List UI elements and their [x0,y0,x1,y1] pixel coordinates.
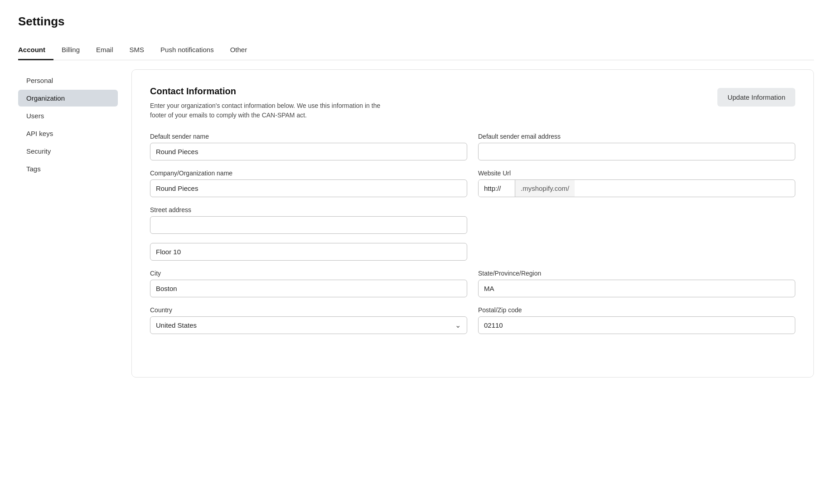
form-group-state: State/Province/Region [478,270,795,297]
tab-push-notifications[interactable]: Push notifications [152,41,222,60]
state-label: State/Province/Region [478,270,795,277]
country-select-wrapper: United States Canada United Kingdom ⌄ [150,316,467,334]
contact-information-card: Contact Information Enter your organizat… [131,69,814,378]
form-group-company-name: Company/Organization name [150,170,467,197]
city-input[interactable] [150,280,467,297]
form-group-country: Country United States Canada United King… [150,306,467,334]
card-title: Contact Information [150,86,395,97]
form-group-postal: Postal/Zip code [478,306,795,334]
sidebar-item-tags[interactable]: Tags [18,160,118,177]
tab-billing[interactable]: Billing [53,41,88,60]
form-row-company: Company/Organization name Website Url .m… [150,170,795,197]
update-information-button[interactable]: Update Information [717,88,795,107]
tab-sms[interactable]: SMS [121,41,153,60]
street-address2-input[interactable] [150,243,467,261]
website-url-prefix-input[interactable] [479,180,515,197]
sender-email-input[interactable] [478,143,795,160]
form-row-city-state: City State/Province/Region [150,270,795,297]
website-input-wrapper: .myshopify.com/ [478,179,795,197]
state-input[interactable] [478,280,795,297]
company-name-label: Company/Organization name [150,170,467,177]
sidebar-item-api-keys[interactable]: API keys [18,125,118,142]
sidebar-item-organization[interactable]: Organization [18,90,118,107]
form-group-street2 [150,243,467,261]
postal-label: Postal/Zip code [478,306,795,314]
website-url-suffix: .myshopify.com/ [515,180,575,197]
country-label: Country [150,306,467,314]
street-address-label: Street address [150,206,467,213]
page-title: Settings [18,15,814,29]
card-header-text: Contact Information Enter your organizat… [150,86,395,120]
card-description: Enter your organization's contact inform… [150,101,395,120]
form-group-sender-email: Default sender email address [478,133,795,160]
street-address-input[interactable] [150,216,467,234]
form-group-website: Website Url .myshopify.com/ [478,170,795,197]
form-row-sender: Default sender name Default sender email… [150,133,795,160]
form-group-city: City [150,270,467,297]
postal-input[interactable] [478,316,795,334]
country-select[interactable]: United States Canada United Kingdom [150,316,467,334]
form-group-sender-name: Default sender name [150,133,467,160]
form-row-street2 [150,243,795,261]
sender-email-label: Default sender email address [478,133,795,140]
sender-name-label: Default sender name [150,133,467,140]
sidebar-item-personal[interactable]: Personal [18,72,118,89]
sidebar-item-security[interactable]: Security [18,143,118,160]
sidebar-item-users[interactable]: Users [18,107,118,124]
sender-name-input[interactable] [150,143,467,160]
sidebar: Personal Organization Users API keys Sec… [18,69,118,378]
form-group-street-label-only: Street address [150,206,467,234]
city-label: City [150,270,467,277]
tab-other[interactable]: Other [222,41,256,60]
card-header: Contact Information Enter your organizat… [150,86,795,120]
website-url-label: Website Url [478,170,795,177]
tab-bar: Account Billing Email SMS Push notificat… [18,41,814,60]
tab-email[interactable]: Email [88,41,121,60]
company-name-input[interactable] [150,179,467,197]
form-row-street: Street address [150,206,795,234]
tab-account[interactable]: Account [18,41,53,60]
form-row-country-postal: Country United States Canada United King… [150,306,795,334]
